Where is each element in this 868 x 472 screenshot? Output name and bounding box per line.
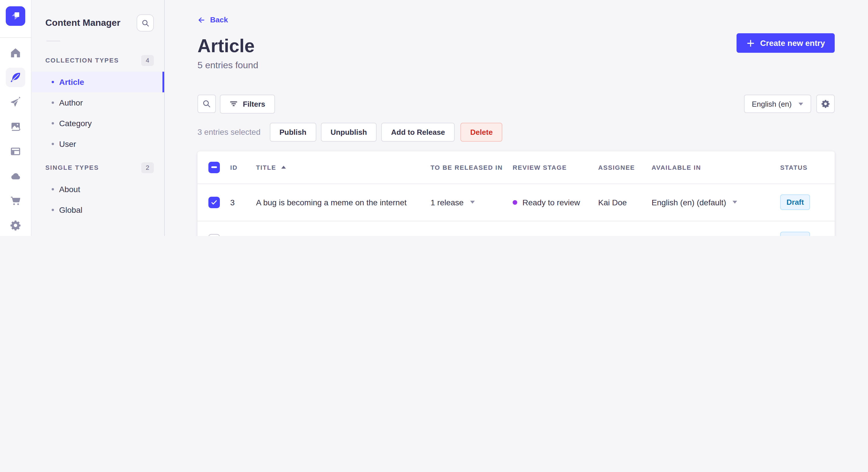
sidebar-item-author[interactable]: Author bbox=[32, 92, 164, 113]
unpublish-button[interactable]: Unpublish bbox=[321, 123, 377, 141]
layout-icon[interactable] bbox=[6, 142, 25, 161]
search-icon bbox=[141, 19, 150, 27]
collection-types-list: Article Author Category User bbox=[32, 72, 164, 154]
release-label: 1 release bbox=[431, 198, 464, 207]
column-header-title[interactable]: TITLE bbox=[253, 164, 427, 171]
sidebar-item-global[interactable]: Global bbox=[32, 200, 164, 220]
cell-status: Draft bbox=[777, 232, 835, 236]
chevron-down-icon bbox=[799, 102, 803, 105]
back-link[interactable]: Back bbox=[197, 15, 228, 24]
add-to-release-button[interactable]: Add to Release bbox=[381, 123, 455, 141]
column-header-review-stage[interactable]: REVIEW STAGE bbox=[509, 164, 595, 171]
filter-icon bbox=[229, 100, 238, 108]
row-select-cell bbox=[197, 196, 225, 208]
bullet-icon bbox=[52, 188, 54, 191]
row-checkbox[interactable] bbox=[208, 196, 220, 208]
selection-bar: 3 entries selected Publish Unpublish Add… bbox=[197, 123, 835, 141]
cell-title: Beautiful picture bbox=[253, 235, 427, 236]
main-nav: KD bbox=[0, 0, 32, 236]
search-button[interactable] bbox=[197, 95, 216, 113]
cell-to-be-released-in[interactable]: 1 release bbox=[427, 198, 509, 207]
cell-review-stage: To do bbox=[509, 235, 595, 236]
bullet-icon bbox=[52, 81, 54, 83]
table-body: 3A bug is becoming a meme on the interne… bbox=[197, 183, 835, 236]
cell-id: 3 bbox=[225, 198, 253, 207]
bullet-icon bbox=[52, 122, 54, 125]
sidebar-item-user[interactable]: User bbox=[32, 134, 164, 154]
create-new-entry-label: Create new entry bbox=[760, 38, 825, 47]
cell-id: 4 bbox=[225, 235, 253, 236]
sidebar-item-article[interactable]: Article bbox=[32, 72, 164, 92]
sidebar-item-label: User bbox=[59, 139, 76, 148]
bullet-icon bbox=[52, 209, 54, 211]
arrow-left-icon bbox=[197, 16, 206, 24]
cell-available-in[interactable]: English (en) (default) bbox=[648, 235, 777, 236]
toolbar: Filters English (en) bbox=[197, 94, 835, 113]
chevron-down-icon bbox=[733, 201, 737, 204]
sidebar-item-label: Author bbox=[59, 98, 83, 107]
table-header-row: ID TITLE TO BE RELEASED IN REVIEW STAGE … bbox=[197, 151, 835, 183]
stage-dot-icon bbox=[513, 200, 517, 204]
cell-title: A bug is becoming a meme on the internet bbox=[253, 198, 427, 207]
select-all-checkbox[interactable] bbox=[208, 162, 220, 173]
media-images-icon[interactable] bbox=[6, 117, 25, 136]
table-row[interactable]: 3A bug is becoming a meme on the interne… bbox=[197, 183, 835, 221]
row-select-cell bbox=[197, 234, 225, 236]
chevron-down-icon bbox=[470, 201, 474, 204]
sidebar-item-label: About bbox=[59, 185, 80, 194]
stage-label: To do bbox=[522, 235, 542, 236]
stage-label: Ready to review bbox=[522, 198, 580, 207]
sidebar-item-about[interactable]: About bbox=[32, 179, 164, 200]
cell-available-in[interactable]: English (en) (default) bbox=[648, 198, 777, 207]
create-new-entry-button[interactable]: Create new entry bbox=[737, 33, 835, 53]
sidebar-item-category[interactable]: Category bbox=[32, 113, 164, 134]
cell-assignee: Kai Doe bbox=[595, 198, 648, 207]
main-content: Back Article 5 entries found Create new … bbox=[165, 0, 868, 236]
view-settings-button[interactable] bbox=[816, 95, 835, 113]
bullet-icon bbox=[52, 143, 54, 145]
status-badge: Draft bbox=[780, 194, 810, 210]
publish-button[interactable]: Publish bbox=[270, 123, 316, 141]
collection-types-section-header: COLLECTION TYPES 4 bbox=[45, 54, 154, 67]
cell-assignee: - bbox=[595, 235, 648, 236]
strapi-logo[interactable] bbox=[6, 6, 25, 26]
back-label: Back bbox=[210, 15, 228, 24]
cell-review-stage: Ready to review bbox=[509, 198, 595, 207]
column-header-assignee[interactable]: ASSIGNEE bbox=[595, 164, 648, 171]
subnav: Content Manager COLLECTION TYPES 4 Artic… bbox=[32, 0, 165, 236]
column-header-to-be-released-in[interactable]: TO BE RELEASED IN bbox=[427, 164, 509, 171]
sidebar-item-label: Category bbox=[59, 119, 92, 128]
filters-label: Filters bbox=[243, 100, 265, 108]
selection-count: 3 entries selected bbox=[197, 127, 260, 136]
locale-label: English (en) (default) bbox=[652, 198, 726, 207]
section-count-badge: 4 bbox=[141, 55, 154, 66]
cloud-icon[interactable] bbox=[6, 166, 25, 186]
column-header-available-in[interactable]: AVAILABLE IN bbox=[648, 164, 777, 171]
single-types-section-header: SINGLE TYPES 2 bbox=[45, 161, 154, 174]
sort-ascending-icon bbox=[281, 166, 286, 169]
table-row[interactable]: 4Beautiful picture-To do-English (en) (d… bbox=[197, 221, 835, 236]
gear-icon bbox=[821, 99, 830, 108]
search-icon bbox=[202, 99, 211, 108]
nav-icons bbox=[0, 38, 31, 235]
section-count-badge: 2 bbox=[141, 162, 154, 173]
divider bbox=[46, 41, 60, 41]
plus-icon bbox=[746, 39, 755, 47]
feather-icon[interactable] bbox=[6, 68, 25, 87]
subnav-search-button[interactable] bbox=[136, 14, 154, 32]
paper-plane-icon[interactable] bbox=[6, 92, 25, 112]
status-badge: Draft bbox=[780, 232, 810, 236]
row-checkbox[interactable] bbox=[208, 234, 220, 236]
cell-status: Draft bbox=[777, 194, 835, 210]
sidebar-item-label: Article bbox=[59, 77, 84, 87]
delete-button[interactable]: Delete bbox=[460, 123, 502, 141]
locale-select[interactable]: English (en) bbox=[744, 95, 811, 113]
gear-icon[interactable] bbox=[6, 216, 25, 235]
filters-button[interactable]: Filters bbox=[220, 94, 275, 113]
column-header-id[interactable]: ID bbox=[225, 164, 253, 171]
cart-icon[interactable] bbox=[6, 191, 25, 210]
entries-table: ID TITLE TO BE RELEASED IN REVIEW STAGE … bbox=[197, 151, 835, 236]
home-icon[interactable] bbox=[6, 43, 25, 63]
sidebar-item-label: Global bbox=[59, 205, 82, 214]
column-header-status[interactable]: STATUS bbox=[777, 164, 835, 171]
